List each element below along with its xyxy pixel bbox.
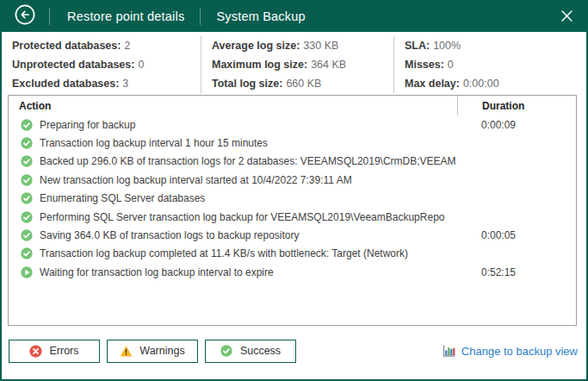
action-text: Saving 364.0 KB of transaction logs to b… [40,229,300,241]
stat-maximum-log-size: Maximum log size:364 KB [212,55,393,74]
back-button[interactable] [15,6,35,27]
titlebar: Restore point details System Backup [0,0,588,32]
table-row[interactable]: Waiting for transaction log backup inter… [9,263,576,281]
window-title: Restore point details [67,9,184,23]
job-name-title: System Backup [216,9,305,23]
action-log-table: Action Duration Preparing for backup 0:0… [8,95,577,326]
action-text: Waiting for transaction log backup inter… [40,266,274,278]
duration-text: 0:00:05 [457,229,576,241]
action-cell: Performing SQL Server transaction log ba… [9,211,457,223]
action-cell: Waiting for transaction log backup inter… [9,266,457,278]
action-text: Preparing for backup [40,119,135,131]
duration-column-header[interactable]: Duration [457,96,576,116]
action-text: Transaction log backup interval 1 hour 1… [40,137,268,149]
table-row[interactable]: Backed up 296.0 KB of transaction logs f… [9,153,576,171]
error-icon [29,345,42,358]
table-row[interactable]: Transaction log backup completed at 11.4… [9,245,576,263]
stat-sla: SLA:100% [405,36,586,55]
table-row[interactable]: Transaction log backup interval 1 hour 1… [9,134,576,152]
table-row[interactable]: Saving 364.0 KB of transaction logs to b… [9,226,576,244]
table-body: Preparing for backup 0:00:09 Transaction… [9,116,576,282]
duration-text: 0:00:09 [457,119,576,131]
action-cell: Backed up 296.0 KB of transaction logs f… [9,155,457,167]
table-row[interactable]: Preparing for backup 0:00:09 [9,116,576,134]
titlebar-separator [200,8,201,25]
table-row[interactable]: New transaction log backup interval star… [9,171,576,189]
bar-chart-icon [441,343,456,359]
action-cell: Transaction log backup completed at 11.4… [9,247,457,259]
action-text: New transaction log backup interval star… [40,174,352,186]
close-icon [561,10,573,22]
duration-text: 0:52:15 [457,266,576,278]
success-icon [21,229,33,241]
change-to-backup-view-link[interactable]: Change to backup view [441,343,578,359]
action-cell: Preparing for backup [9,119,457,131]
success-icon [21,119,33,131]
action-cell: Transaction log backup interval 1 hour 1… [9,137,457,149]
success-icon [21,247,33,259]
summary-stats: Protected databases:2 Unprotected databa… [2,32,586,93]
stat-protected-databases: Protected databases:2 [12,36,201,55]
stats-column-sla: SLA:100% Misses:0 Max delay:0:00:00 [393,36,586,93]
stat-excluded-databases: Excluded databases:3 [12,74,201,93]
stat-total-log-size: Total log size:660 KB [212,74,393,93]
action-cell: Saving 364.0 KB of transaction logs to b… [9,229,457,241]
stat-average-log-size: Average log size:330 KB [212,36,393,55]
warning-icon [120,345,133,358]
table-row[interactable]: Performing SQL Server transaction log ba… [9,208,576,226]
action-text: Transaction log backup completed at 11.4… [40,247,408,259]
success-icon [21,211,33,223]
running-icon [21,266,33,278]
success-icon [21,192,33,204]
warnings-button[interactable]: Warnings [107,340,198,363]
errors-button[interactable]: Errors [9,340,100,363]
stats-column-databases: Protected databases:2 Unprotected databa… [2,36,201,93]
close-button[interactable] [557,7,576,26]
action-text: Performing SQL Server transaction log ba… [40,211,444,223]
action-text: Enumerating SQL Server databases [40,192,205,204]
action-column-header[interactable]: Action [9,96,457,116]
action-text: Backed up 296.0 KB of transaction logs f… [40,155,456,167]
stats-column-log-size: Average log size:330 KB Maximum log size… [201,36,393,93]
back-arrow-icon [15,4,35,28]
success-button-label: Success [240,345,281,357]
errors-button-label: Errors [49,345,78,357]
success-button[interactable]: Success [205,340,296,363]
stat-misses: Misses:0 [405,55,586,74]
action-cell: Enumerating SQL Server databases [9,192,457,204]
action-cell: New transaction log backup interval star… [9,174,457,186]
table-header-row: Action Duration [9,96,576,116]
success-icon [21,174,33,186]
stat-max-delay: Max delay:0:00:00 [405,74,586,93]
restore-point-details-window: Restore point details System Backup Prot… [0,0,588,381]
success-icon [21,137,33,149]
titlebar-separator [49,8,50,25]
change-to-backup-view-label: Change to backup view [461,345,578,358]
success-icon [220,345,233,358]
warnings-button-label: Warnings [139,345,184,357]
success-icon [21,155,33,167]
footer-bar: Errors Warnings Success Change to backup… [9,339,578,363]
table-row[interactable]: Enumerating SQL Server databases [9,190,576,208]
stat-unprotected-databases: Unprotected databases:0 [12,55,201,74]
